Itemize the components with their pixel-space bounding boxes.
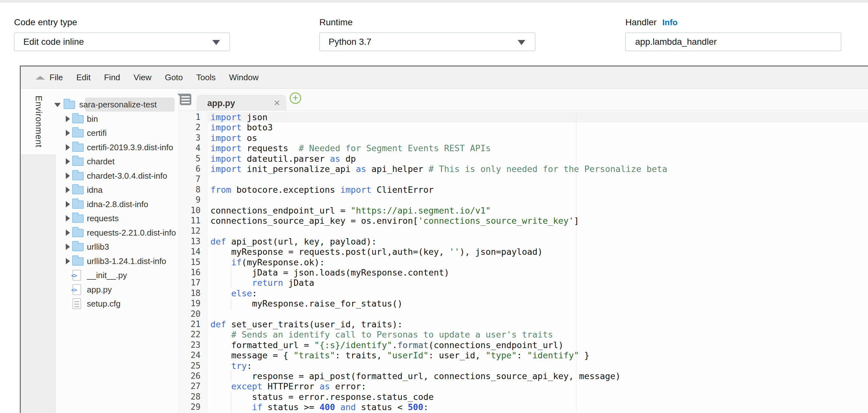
code-token: message = { bbox=[211, 350, 293, 360]
handler-info-link[interactable]: Info bbox=[662, 18, 678, 28]
tree-item-urllib3[interactable]: urllib3 bbox=[56, 240, 177, 254]
line-number: 26 bbox=[179, 371, 207, 381]
line-number: 11 bbox=[179, 215, 207, 226]
tree-item-requests-2-21-0-dist-info[interactable]: requests-2.21.0.dist-info bbox=[56, 226, 177, 240]
tree-item-label: app.py bbox=[87, 285, 112, 295]
new-tab-button[interactable]: + bbox=[290, 92, 301, 104]
menu-item-edit[interactable]: Edit bbox=[76, 72, 91, 83]
disclosure-collapsed-icon[interactable] bbox=[66, 258, 70, 264]
code-token bbox=[211, 278, 252, 288]
code-token: from bbox=[211, 185, 231, 195]
disclosure-collapsed-icon[interactable] bbox=[66, 158, 70, 165]
line-number: 13 bbox=[179, 236, 207, 247]
line-number: 3 bbox=[179, 132, 207, 143]
code-line: def set_user_traits(user_id, traits): bbox=[211, 319, 868, 330]
disclosure-collapsed-icon[interactable] bbox=[66, 187, 70, 193]
folder-icon bbox=[72, 115, 84, 123]
code-token: : bbox=[252, 288, 257, 298]
disclosure-collapsed-icon[interactable] bbox=[66, 130, 70, 136]
code-token: myResponse.raise_for_status() bbox=[211, 299, 402, 308]
code-line: from botocore.exceptions import ClientEr… bbox=[211, 184, 868, 195]
disclosure-collapsed-icon[interactable] bbox=[66, 201, 70, 207]
tree-item-setup-cfg[interactable]: setup.cfg bbox=[56, 297, 177, 311]
menu-item-find[interactable]: Find bbox=[104, 72, 120, 83]
code-token: ClientError bbox=[371, 185, 434, 195]
code-token: jData bbox=[283, 278, 315, 288]
file-icon-glyph bbox=[74, 301, 79, 307]
code-token: : bbox=[247, 361, 252, 371]
code-token: as bbox=[319, 381, 330, 391]
environment-tab[interactable]: Environment bbox=[21, 89, 56, 155]
code-token: "identify" bbox=[527, 350, 579, 360]
menu-item-window[interactable]: Window bbox=[229, 72, 258, 83]
tree-item-certifi-2019-3-9-dist-info[interactable]: certifi-2019.3.9.dist-info bbox=[56, 140, 177, 154]
tree-item-certifi[interactable]: certifi bbox=[56, 126, 177, 140]
tab-label: app.py bbox=[207, 98, 235, 108]
code-token: def bbox=[211, 237, 226, 246]
disclosure-expanded-icon[interactable] bbox=[54, 103, 61, 107]
environment-tab-label: Environment bbox=[34, 95, 43, 148]
menu-item-file[interactable]: File bbox=[50, 72, 63, 83]
disclosure-collapsed-icon[interactable] bbox=[66, 144, 70, 151]
indent-guide bbox=[231, 371, 231, 381]
code-token: : traits, bbox=[335, 350, 387, 360]
code-entry-type-select[interactable]: Edit code inline bbox=[14, 33, 230, 51]
close-icon[interactable]: × bbox=[274, 96, 280, 109]
code-token: else bbox=[231, 288, 252, 298]
code-line: import boto3 bbox=[211, 122, 868, 132]
menu-item-goto[interactable]: Goto bbox=[165, 72, 183, 83]
line-number: 22 bbox=[179, 329, 207, 340]
collapse-editor-icon[interactable] bbox=[35, 76, 45, 80]
line-number: 14 bbox=[179, 246, 207, 257]
tab-app-py[interactable]: app.py × bbox=[197, 95, 286, 111]
tree-item-urllib3-1-24-1-dist-info[interactable]: urllib3-1.24.1.dist-info bbox=[56, 254, 177, 268]
tree-item-idna-2-8-dist-info[interactable]: idna-2.8.dist-info bbox=[56, 197, 177, 211]
folder-icon bbox=[72, 243, 84, 251]
line-number: 5 bbox=[179, 153, 207, 164]
disclosure-collapsed-icon[interactable] bbox=[66, 116, 70, 122]
line-number: 20 bbox=[179, 309, 207, 319]
tree-item-app-py[interactable]: <>app.py bbox=[56, 283, 177, 297]
code-token: error: bbox=[330, 381, 366, 391]
line-number: 9 bbox=[179, 195, 207, 205]
menu-item-view[interactable]: View bbox=[133, 72, 151, 83]
menu-item-tools[interactable]: Tools bbox=[196, 72, 216, 83]
runtime-select[interactable]: Python 3.7 bbox=[319, 33, 535, 51]
code-line bbox=[211, 174, 868, 184]
disclosure-collapsed-icon[interactable] bbox=[66, 173, 70, 179]
folder-icon bbox=[72, 229, 84, 237]
code-editor[interactable]: 1234567891011121314151617181920212223242… bbox=[179, 111, 868, 413]
disclosure-collapsed-icon[interactable] bbox=[66, 230, 70, 236]
code-token: import bbox=[211, 164, 242, 174]
tree-item--init-py[interactable]: <>__init__.py bbox=[56, 268, 177, 282]
code-token: # Needed for Segment Events REST APIs bbox=[299, 143, 491, 153]
disclosure-collapsed-icon[interactable] bbox=[66, 243, 70, 250]
code-token: 500 bbox=[408, 402, 424, 412]
tree-item-bin[interactable]: bin bbox=[56, 112, 177, 126]
code-token: format bbox=[397, 340, 429, 350]
tab-list-icon[interactable] bbox=[180, 94, 191, 105]
tree-item-label: idna bbox=[87, 185, 102, 195]
tree-item-label: sara-personalize-test bbox=[79, 100, 157, 110]
code-token: ] bbox=[574, 216, 579, 226]
tree-item-label: urllib3-1.24.1.dist-info bbox=[87, 256, 166, 266]
code-token: try bbox=[231, 361, 247, 371]
tree-item-requests[interactable]: requests bbox=[56, 211, 177, 225]
section-divider bbox=[0, 0, 868, 3]
file-icon-glyph: <> bbox=[71, 287, 76, 293]
code-token: import bbox=[211, 122, 242, 132]
code-line bbox=[211, 309, 868, 319]
code-token: import bbox=[211, 133, 242, 143]
code-token bbox=[211, 361, 231, 371]
handler-input[interactable] bbox=[625, 33, 841, 51]
code-line: myResponse = requests.post(url,auth=(key… bbox=[211, 246, 868, 257]
disclosure-collapsed-icon[interactable] bbox=[66, 215, 70, 222]
tree-item-chardet[interactable]: chardet bbox=[56, 154, 177, 169]
tree-item-chardet-3-0-4-dist-info[interactable]: chardet-3.0.4.dist-info bbox=[56, 169, 177, 183]
code-token: "userId" bbox=[387, 350, 429, 360]
tree-item-sara-personalize-test[interactable]: sara-personalize-test bbox=[56, 97, 177, 112]
tree-item-label: idna-2.8.dist-info bbox=[87, 200, 148, 209]
tree-item-idna[interactable]: idna bbox=[56, 183, 177, 197]
code-token: import bbox=[211, 143, 242, 153]
line-number: 10 bbox=[179, 205, 207, 216]
